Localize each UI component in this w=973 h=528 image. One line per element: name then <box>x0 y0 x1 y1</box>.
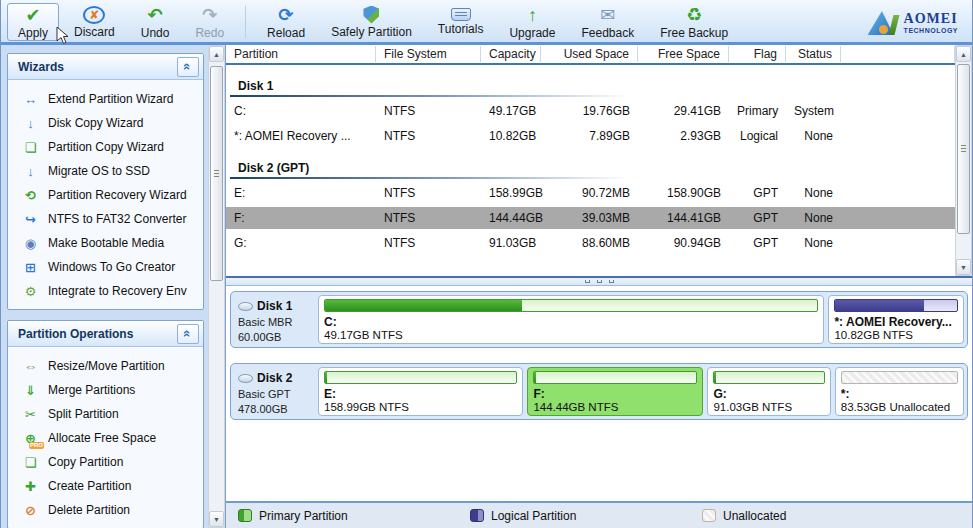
cell-status: System <box>786 104 841 118</box>
feedback-button[interactable]: ✉Feedback <box>570 3 645 41</box>
toolbar-button-label: Free Backup <box>660 26 728 40</box>
column-header-used-space[interactable]: Used Space <box>541 46 638 62</box>
sidebar-item-windows-to-go-creator[interactable]: ⊞Windows To Go Creator <box>10 255 201 279</box>
sidebar-item-disk-copy-wizard[interactable]: ↓Disk Copy Wizard <box>10 111 201 135</box>
sidebar-item-split-partition[interactable]: ✂Split Partition <box>10 402 201 426</box>
unallocated-swatch-icon <box>702 509 716 522</box>
discard-button[interactable]: ✘Discard <box>63 3 126 41</box>
table-row[interactable]: E:NTFS158.99GB90.72MB158.90GBGPTNone <box>226 182 955 204</box>
reload-button[interactable]: ⟳Reload <box>256 3 316 41</box>
column-header-capacity[interactable]: Capacity <box>481 46 541 62</box>
tutorials-button[interactable]: Tutorials <box>427 3 495 41</box>
cell-free-space: 90.94GB <box>638 236 729 250</box>
table-diskmap-splitter[interactable] <box>226 278 972 286</box>
sidebar-scroll-thumb[interactable] <box>210 66 223 281</box>
column-header-free-space[interactable]: Free Space <box>638 46 729 62</box>
table-row[interactable]: F:NTFS144.44GB39.03MB144.41GBGPTNone <box>226 207 955 229</box>
usage-bar <box>324 299 818 312</box>
partition-label: C: <box>324 315 818 329</box>
toolbar-button-label: Reload <box>267 26 305 40</box>
panel-title: Partition Operations <box>18 327 133 341</box>
usage-bar-fill <box>835 300 924 311</box>
legend-item-unallocated: Unallocated <box>702 509 934 523</box>
sidebar-item-label: Copy Partition <box>48 455 123 469</box>
usage-bar <box>533 371 697 384</box>
cell-capacity: 158.99GB <box>481 186 541 200</box>
table-row[interactable]: *: AOMEI Recovery ...NTFS10.82GB7.89GB2.… <box>226 125 955 147</box>
scroll-up-icon[interactable]: ▲ <box>209 46 224 62</box>
scroll-down-icon[interactable]: ▼ <box>209 511 224 527</box>
book-icon <box>451 8 471 21</box>
legend-item-primary: Primary Partition <box>238 509 470 523</box>
disk-type: Basic GPT <box>238 388 316 400</box>
sidebar-item-extend-partition-wizard[interactable]: ↔Extend Partition Wizard <box>10 87 201 111</box>
cell-capacity: 10.82GB <box>481 129 541 143</box>
cell-free-space: 2.93GB <box>638 129 729 143</box>
table-row[interactable]: C:NTFS49.17GB19.76GB29.41GBPrimarySystem <box>226 100 955 122</box>
scroll-down-icon[interactable]: ▼ <box>956 259 971 275</box>
sidebar-scrollbar[interactable]: ▲ ▼ <box>208 45 225 528</box>
sidebar-scroll-track[interactable] <box>209 62 224 511</box>
panel-body: ⇔Resize/Move Partition⇓Merge Partitions✂… <box>8 347 203 528</box>
sidebar-item-integrate-to-recovery-env[interactable]: ⚙Integrate to Recovery Env <box>10 279 201 303</box>
usage-bar-fill <box>325 300 522 311</box>
sidebar-item-resize-move-partition[interactable]: ⇔Resize/Move Partition <box>10 354 201 378</box>
logical-swatch-icon <box>470 509 484 522</box>
scroll-up-icon[interactable]: ▲ <box>956 46 971 62</box>
sidebar-item-label: Disk Copy Wizard <box>48 116 143 130</box>
redo-button[interactable]: ↷Redo <box>184 3 235 41</box>
sidebar-item-label: Migrate OS to SSD <box>48 164 150 178</box>
sidebar-item-delete-partition[interactable]: ⊘Delete Partition <box>10 498 201 522</box>
table-row[interactable]: G:NTFS91.03GB88.60MB90.94GBGPTNone <box>226 232 955 254</box>
sidebar-item-copy-partition[interactable]: ❏Copy Partition <box>10 450 201 474</box>
usage-bar-fill <box>714 372 715 383</box>
sidebar-item-label: Split Partition <box>48 407 119 421</box>
undo-button[interactable]: ↶Undo <box>130 3 181 41</box>
panel-header: Partition Operations« <box>8 321 203 347</box>
partition-size-info: 91.03GB NTFS <box>713 401 824 413</box>
extend-partition-icon: ↔ <box>22 92 39 107</box>
sidebar-item-partition-recovery-wizard[interactable]: ⟲Partition Recovery Wizard <box>10 183 201 207</box>
column-header-partition[interactable]: Partition <box>226 46 376 62</box>
disk-copy-icon: ↓ <box>22 116 39 131</box>
column-header-file-system[interactable]: File System <box>376 46 481 62</box>
sidebar-item-merge-partitions[interactable]: ⇓Merge Partitions <box>10 378 201 402</box>
column-header-flag[interactable]: Flag <box>729 46 786 62</box>
partition-block--[interactable]: *:83.53GB Unallocated <box>835 367 964 416</box>
upgrade-button[interactable]: ↑Upgrade <box>498 3 566 41</box>
table-header-row[interactable]: PartitionFile SystemCapacityUsed SpaceFr… <box>226 45 955 65</box>
sidebar-item-make-bootable-media[interactable]: ◉Make Bootable Media <box>10 231 201 255</box>
safely-partition-button[interactable]: Safely Partition <box>320 3 423 41</box>
apply-button[interactable]: ✔Apply <box>7 3 59 41</box>
sidebar-item-create-partition[interactable]: ✚Create Partition <box>10 474 201 498</box>
sidebar-item-allocate-free-space[interactable]: ⊕PROAllocate Free Space <box>10 426 201 450</box>
sidebar-item-migrate-os-to-ssd[interactable]: ↓Migrate OS to SSD <box>10 159 201 183</box>
free-backup-button[interactable]: ♻Free Backup <box>649 3 739 41</box>
partition-block-g-[interactable]: G:91.03GB NTFS <box>707 367 830 416</box>
disk-partitions: E:158.99GB NTFSF:144.44GB NTFSG:91.03GB … <box>318 367 964 416</box>
sidebar-item-label: Partition Recovery Wizard <box>48 188 187 202</box>
sidebar-item-label: NTFS to FAT32 Converter <box>48 212 187 226</box>
usage-bar <box>841 371 958 384</box>
column-header-status[interactable]: Status <box>786 46 841 62</box>
aomei-logo: AOMEI TECHNOLOGY <box>868 2 966 42</box>
disk-info: Disk 2Basic GPT478.00GB <box>234 367 318 416</box>
table-scrollbar[interactable]: ▲ ▼ <box>955 45 972 276</box>
merge-partitions-icon: ⇓ <box>22 383 39 398</box>
backup-arrows-icon: ♻ <box>686 5 702 25</box>
sidebar-item-ntfs-to-fat32-converter[interactable]: ↪NTFS to FAT32 Converter <box>10 207 201 231</box>
sidebar-item-partition-copy-wizard[interactable]: ❏Partition Copy Wizard <box>10 135 201 159</box>
legend-label: Logical Partition <box>491 509 576 523</box>
table-scroll-thumb[interactable] <box>957 64 970 234</box>
cell-file-system: NTFS <box>376 104 481 118</box>
partition-block-e-[interactable]: E:158.99GB NTFS <box>318 367 523 416</box>
table-scroll-track[interactable] <box>956 62 971 259</box>
collapse-panel-button[interactable]: « <box>177 324 199 344</box>
partition-block-f-[interactable]: F:144.44GB NTFS <box>527 367 703 416</box>
disk-row-disk-2: Disk 2Basic GPT478.00GBE:158.99GB NTFSF:… <box>230 363 968 420</box>
partition-block--aomei-recovery-[interactable]: *: AOMEI Recovery...10.82GB NTFS <box>828 295 964 344</box>
collapse-panel-button[interactable]: « <box>177 57 199 77</box>
cell-flag: Logical <box>729 129 786 143</box>
partition-block-c-[interactable]: C:49.17GB NTFS <box>318 295 824 344</box>
resize-move-icon: ⇔ <box>22 359 39 374</box>
